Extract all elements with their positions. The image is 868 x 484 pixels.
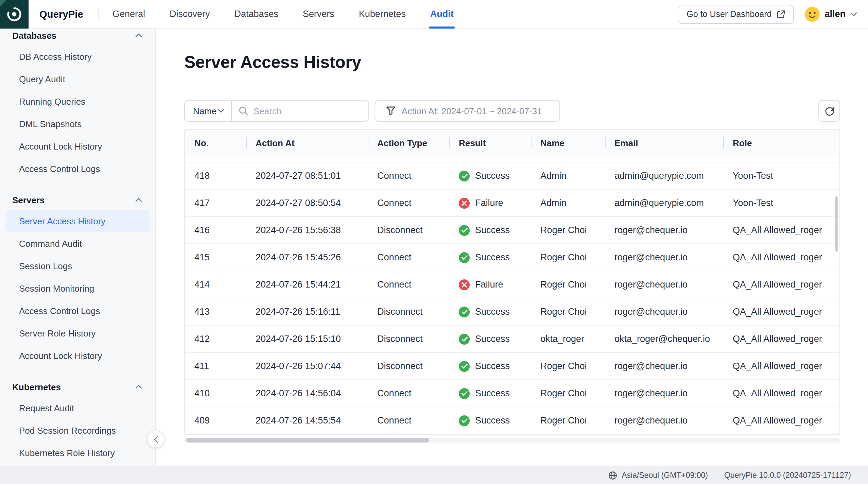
body-row: DatabasesDB Access HistoryQuery AuditRun… — [0, 29, 868, 466]
sidebar-section-servers[interactable]: Servers — [5, 190, 150, 209]
chevron-down-icon — [850, 12, 857, 16]
sidebar-item-command-audit[interactable]: Command Audit — [5, 232, 150, 254]
result-label: Success — [475, 171, 510, 181]
cell-action-type: Disconnect — [368, 326, 449, 352]
cell-action-type: Connect — [368, 244, 449, 271]
result-label: Failure — [475, 279, 503, 290]
table-row[interactable]: 4132024-07-26 15:16:11DisconnectSuccessR… — [185, 298, 839, 326]
table-row[interactable]: 4142024-07-26 15:44:21ConnectFailureRoge… — [185, 271, 839, 298]
sidebar-section-title: Databases — [12, 30, 56, 40]
cell-no: 418 — [185, 162, 246, 189]
cell-result: Success — [449, 244, 531, 271]
sidebar-item-server-role-history[interactable]: Server Role History — [5, 322, 150, 344]
success-icon — [459, 306, 470, 317]
sidebar-item-query-audit[interactable]: Query Audit — [5, 68, 150, 90]
cell-role: QA_All Allowed_roger — [723, 353, 839, 379]
status-bar: Asia/Seoul (GMT+09:00) QueryPie 10.0.0 (… — [0, 466, 868, 484]
sidebar-item-access-control-logs[interactable]: Access Control Logs — [5, 158, 150, 179]
table-row[interactable]: 4112024-07-26 15:07:44DisconnectSuccessR… — [185, 353, 839, 380]
action-at-filter-label: Action At: 2024-07-01 ~ 2024-07-31 — [402, 106, 542, 116]
brand-name: QueryPie — [39, 8, 83, 19]
result-label: Success — [475, 334, 510, 344]
table-row[interactable]: 4162024-07-26 15:56:38DisconnectSuccessR… — [185, 217, 839, 244]
user-name: allen — [824, 9, 846, 19]
sidebar-item-kubernetes-role-history[interactable]: Kubernetes Role History — [5, 442, 150, 464]
page-title: Server Access History — [184, 53, 840, 71]
nav-item-kubernetes[interactable]: Kubernetes — [359, 0, 406, 28]
cell-action-at: 2024-07-26 15:16:11 — [246, 298, 368, 325]
nav-item-discovery[interactable]: Discovery — [170, 0, 210, 28]
timezone-label: Asia/Seoul (GMT+09:00) — [622, 471, 708, 479]
column-header-role: Role — [723, 130, 839, 156]
table-row[interactable]: 4102024-07-26 14:56:04ConnectSuccessRoge… — [185, 380, 839, 407]
cell-name: Roger Choi — [531, 271, 605, 298]
success-icon — [459, 388, 470, 399]
result-label: Success — [475, 388, 510, 398]
sidebar-collapse-button[interactable] — [147, 430, 164, 448]
vertical-scrollbar-thumb[interactable] — [835, 196, 838, 252]
result-label: Success — [475, 361, 510, 371]
cell-email: admin@querypie.com — [605, 190, 723, 216]
user-menu[interactable]: allen — [805, 6, 857, 21]
sidebar-section-title: Kubernetes — [12, 382, 61, 392]
sidebar-section-databases[interactable]: Databases — [5, 29, 150, 45]
cell-role: Yoon-Test — [723, 162, 839, 189]
cell-result: Success — [449, 298, 531, 325]
querypie-logo-icon[interactable] — [0, 0, 29, 28]
table-row[interactable]: 4152024-07-26 15:45:26ConnectSuccessRoge… — [185, 244, 839, 271]
table-row[interactable]: 4092024-07-26 14:55:54ConnectSuccessRoge… — [185, 407, 839, 434]
column-header-email: Email — [605, 130, 723, 156]
sidebar-item-running-queries[interactable]: Running Queries — [5, 90, 150, 112]
result-label: Success — [475, 307, 510, 317]
sidebar-item-account-lock-history[interactable]: Account Lock History — [5, 345, 150, 366]
table-body: 4182024-07-27 08:51:01ConnectSuccessAdmi… — [185, 156, 839, 434]
cell-name: Roger Choi — [531, 407, 605, 434]
cell-email: roger@chequer.io — [605, 353, 723, 379]
sidebar-item-access-control-logs[interactable]: Access Control Logs — [5, 300, 150, 322]
sidebar-item-session-logs[interactable]: Session Logs — [5, 255, 150, 277]
cell-no: 411 — [185, 353, 246, 379]
go-to-user-dashboard-button[interactable]: Go to User Dashboard — [678, 4, 794, 23]
cell-email: roger@chequer.io — [605, 217, 723, 243]
search-input[interactable] — [254, 106, 362, 116]
sidebar-section-kubernetes[interactable]: Kubernetes — [5, 377, 150, 396]
timezone: Asia/Seoul (GMT+09:00) — [608, 471, 708, 480]
sidebar: DatabasesDB Access HistoryQuery AuditRun… — [0, 29, 156, 466]
sidebar-item-server-access-history[interactable]: Server Access History — [5, 210, 150, 232]
cell-action-at: 2024-07-27 08:51:01 — [246, 162, 368, 189]
search-field-select[interactable]: Name — [184, 100, 232, 122]
sidebar-section-title: Servers — [12, 195, 45, 205]
globe-icon — [608, 471, 617, 480]
sidebar-item-db-access-history[interactable]: DB Access History — [5, 46, 150, 67]
cell-name: Roger Choi — [531, 353, 605, 379]
horizontal-scrollbar-thumb[interactable] — [186, 438, 429, 443]
nav-item-general[interactable]: General — [112, 0, 145, 28]
sidebar-item-pod-session-recordings[interactable]: Pod Session Recordings — [5, 419, 150, 441]
action-at-filter[interactable]: Action At: 2024-07-01 ~ 2024-07-31 — [375, 100, 560, 122]
cell-email: roger@chequer.io — [605, 380, 723, 407]
refresh-button[interactable] — [818, 100, 840, 122]
nav-right: Go to User Dashboard allen — [678, 4, 857, 23]
search-icon — [239, 106, 248, 116]
nav-item-servers[interactable]: Servers — [303, 0, 334, 28]
success-icon — [459, 225, 470, 236]
table-row[interactable]: 4122024-07-26 15:15:10DisconnectSuccesso… — [185, 326, 839, 353]
sidebar-item-request-audit[interactable]: Request Audit — [5, 397, 150, 419]
nav-item-audit[interactable]: Audit — [430, 0, 454, 28]
cell-action-type: Connect — [368, 271, 449, 298]
dashboard-button-label: Go to User Dashboard — [687, 9, 771, 19]
cell-no: 416 — [185, 217, 246, 243]
cell-result: Success — [449, 217, 531, 243]
sidebar-item-session-monitoring[interactable]: Session Monitoring — [5, 277, 150, 299]
cell-role: QA_All Allowed_roger — [723, 271, 839, 298]
cell-role: QA_All Allowed_roger — [723, 244, 839, 271]
horizontal-scrollbar[interactable] — [184, 438, 840, 443]
version-label: QueryPie 10.0.0 (20240725-171127) — [724, 471, 851, 479]
sidebar-item-dml-snapshots[interactable]: DML Snapshots — [5, 113, 150, 135]
nav-item-databases[interactable]: Databases — [235, 0, 278, 28]
table-row[interactable]: 4182024-07-27 08:51:01ConnectSuccessAdmi… — [185, 162, 839, 190]
table-row[interactable]: 4172024-07-27 08:50:54ConnectFailureAdmi… — [185, 190, 839, 217]
cell-name: Roger Choi — [531, 298, 605, 325]
cell-role: QA_All Allowed_roger — [723, 217, 839, 243]
sidebar-item-account-lock-history[interactable]: Account Lock History — [5, 135, 150, 157]
